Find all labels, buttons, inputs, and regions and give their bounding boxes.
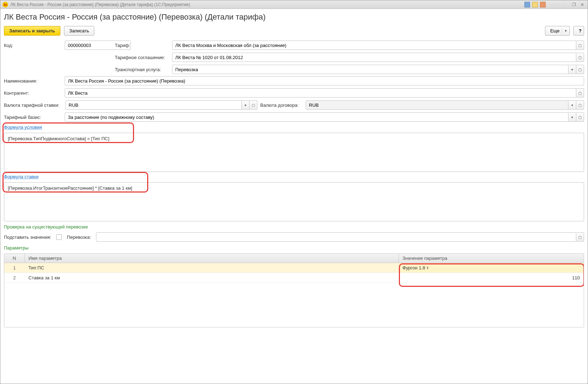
chevron-down-icon[interactable]: ▾ (568, 100, 576, 110)
save-button[interactable]: Записать (64, 26, 95, 36)
contract-currency-label: Валюта договора: (260, 102, 303, 108)
page-title: ЛК Веста Россия - Россия (за расстояние)… (4, 12, 584, 22)
calendar-icon[interactable] (540, 2, 546, 7)
open-icon[interactable]: ▢ (250, 100, 257, 110)
open-icon[interactable]: ▢ (576, 112, 584, 122)
help-button[interactable]: ? (573, 26, 584, 36)
titlebar: 1c ЛК Веста Россия - Россия (за расстоян… (0, 0, 588, 9)
counterparty-label: Контрагент: (4, 90, 63, 96)
app-icon: 1c (2, 2, 8, 7)
substitute-checkbox[interactable] (56, 234, 62, 240)
open-icon[interactable]: ▢ (576, 232, 584, 242)
titlebar-icon-blue[interactable] (524, 2, 530, 7)
name-label: Наименование: (4, 78, 63, 84)
service-input[interactable] (172, 65, 568, 74)
table-row[interactable]: 2Ставка за 1 км110 (4, 273, 584, 283)
agreement-input[interactable] (172, 53, 576, 62)
cell-name: Тип ПС (25, 263, 399, 273)
formula-condition-text: [Перевозка.ТипПодвижногоСостава] = [Тип … (8, 136, 109, 141)
agreement-label: Тарифное соглашение: (115, 55, 170, 60)
contract-currency-input (306, 100, 568, 110)
perevozka-label: Перевозка: (67, 235, 91, 240)
cell-name: Ставка за 1 км (25, 273, 399, 283)
open-icon[interactable]: ▢ (576, 41, 584, 50)
close-icon[interactable]: ✕ (579, 2, 586, 7)
open-icon[interactable]: ▢ (576, 65, 584, 74)
perevozka-input[interactable] (96, 232, 576, 242)
open-icon[interactable]: ▢ (576, 100, 584, 110)
params-table: N Имя параметра Значение параметра 1Тип … (4, 253, 584, 327)
col-header-name[interactable]: Имя параметра (25, 254, 399, 263)
cell-value: 110 (399, 273, 584, 283)
formula-condition-link[interactable]: Формула условия (4, 125, 42, 130)
cell-n: 2 (4, 273, 25, 283)
rate-currency-label: Валюта тарифной ставки: (4, 102, 63, 108)
open-icon[interactable]: ▢ (576, 88, 584, 98)
formula-rate-link[interactable]: Формула ставки (4, 174, 38, 179)
calculator-icon[interactable] (532, 2, 538, 7)
chevron-down-icon[interactable]: ▾ (568, 65, 576, 74)
tariff-label: Тариф: (115, 43, 170, 48)
table-row[interactable]: 1Тип ПСФургон 1.8 т (4, 263, 584, 273)
chevron-down-icon: ▼ (562, 28, 567, 33)
basis-label: Тарифный базис: (4, 115, 63, 120)
formula-condition-box[interactable]: [Перевозка.ТипПодвижногоСостава] = [Тип … (4, 133, 584, 172)
more-button[interactable]: Еще ▼ (545, 26, 570, 36)
basis-input[interactable] (65, 112, 568, 122)
formula-rate-text: [Перевозка.ИтогТранзитноеРасстояние] * [… (8, 185, 132, 191)
more-label: Еще (550, 28, 560, 33)
formula-rate-box[interactable]: [Перевозка.ИтогТранзитноеРасстояние] * [… (4, 182, 584, 221)
restore-icon[interactable]: ❐ (571, 2, 577, 7)
window-title: ЛК Веста Россия - Россия (за расстояние)… (10, 2, 524, 7)
substitute-label: Подставить значения: (4, 235, 51, 240)
service-label: Транспортная услуга: (115, 67, 170, 72)
params-title: Параметры (4, 245, 584, 251)
col-header-value[interactable]: Значение параметра (399, 254, 584, 263)
cell-value: Фургон 1.8 т (399, 263, 584, 273)
open-icon[interactable]: ▢ (576, 53, 584, 62)
chevron-down-icon[interactable]: ▾ (568, 112, 576, 122)
tariff-input[interactable] (172, 41, 576, 50)
rate-currency-input[interactable] (65, 100, 242, 110)
save-close-button[interactable]: Записать и закрыть (4, 26, 60, 36)
memory-indicator: M M+ M- (548, 2, 568, 7)
col-header-n[interactable]: N (4, 254, 25, 263)
chevron-down-icon[interactable]: ▾ (242, 100, 250, 110)
toolbar: Записать и закрыть Записать Еще ▼ ? (4, 26, 584, 36)
cell-n: 1 (4, 263, 25, 273)
name-input[interactable] (65, 76, 584, 85)
check-section-title: Проверка на существующей перевозке (4, 224, 584, 230)
counterparty-input[interactable] (65, 88, 576, 98)
code-label: Код: (4, 43, 63, 48)
